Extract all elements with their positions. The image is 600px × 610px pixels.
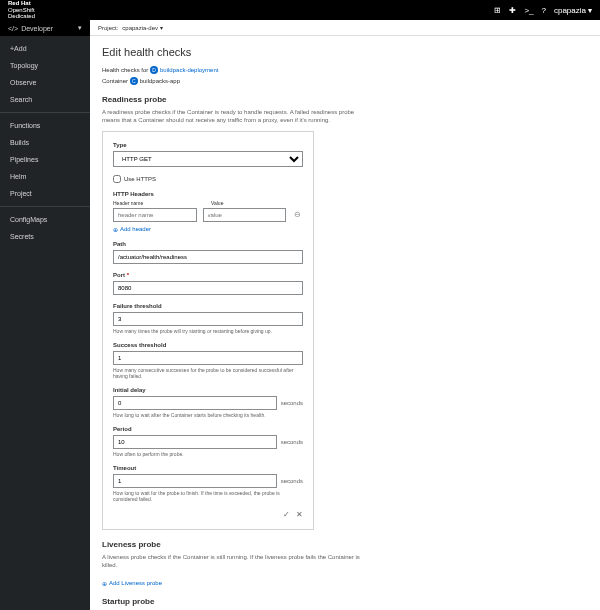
terminal-icon[interactable]: >_ (524, 6, 533, 15)
user-menu[interactable]: cpapazia ▾ (554, 6, 592, 15)
top-actions: ⊞ ✚ >_ ? cpapazia ▾ (494, 6, 592, 15)
grid-icon[interactable]: ⊞ (494, 6, 501, 15)
help-icon[interactable]: ? (542, 6, 546, 15)
plus-icon[interactable]: ✚ (509, 6, 516, 15)
top-bar: Red HatOpenShiftDedicated ⊞ ✚ >_ ? cpapa… (0, 0, 600, 20)
brand-logo: Red HatOpenShiftDedicated (8, 0, 35, 20)
